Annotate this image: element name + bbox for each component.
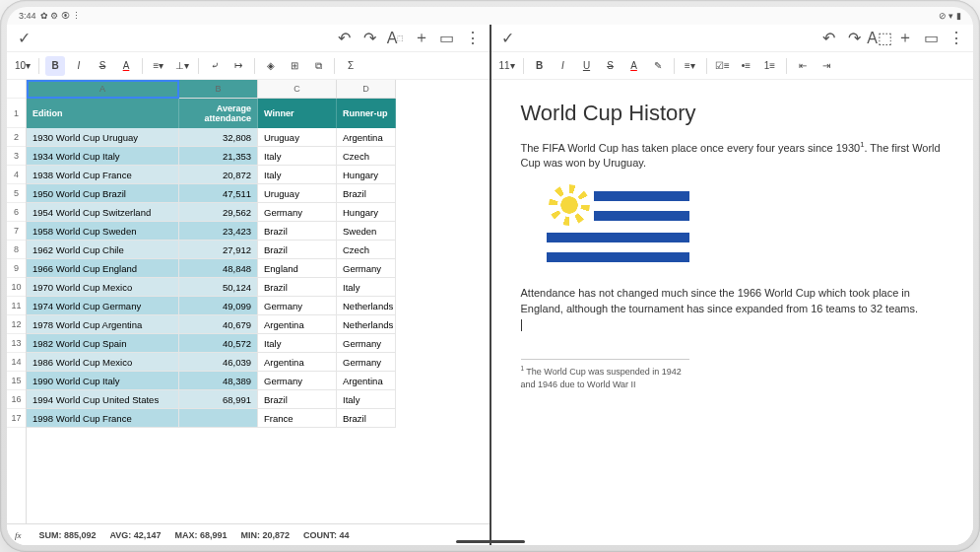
col-header-C[interactable]: C — [258, 80, 337, 99]
status-icons-left: ✿ ⚙ ⦿ ⋮ — [40, 11, 82, 21]
more-icon[interactable]: ⋮ — [949, 32, 963, 45]
table-row[interactable]: 1978 World Cup Argentina40,679ArgentinaN… — [27, 315, 490, 334]
wrap-button[interactable]: ⤶ — [205, 56, 225, 76]
table-row[interactable]: 1986 World Cup Mexico46,039ArgentinaGerm… — [27, 353, 490, 372]
stat-avg: AVG: 42,147 — [110, 530, 162, 540]
docs-format-toolbar: 11 ▾ B I U S A ✎ ≡▾ ☑≡ •≡ 1≡ ⇤ ⇥ — [491, 52, 974, 80]
undo-icon[interactable]: ↶ — [821, 32, 835, 45]
doc-paragraph: Attendance has not changed much since th… — [521, 286, 945, 333]
table-header-row[interactable]: Edition Average attendance Winner Runner… — [27, 99, 490, 128]
spreadsheet-grid[interactable]: 1234567891011121314151617 A B C D Editio… — [7, 80, 490, 523]
italic-button[interactable]: I — [554, 56, 573, 76]
footnote: 1 The World Cup was suspended in 1942 an… — [521, 359, 690, 391]
valign-button[interactable]: ⊥▾ — [172, 56, 192, 76]
stat-count: COUNT: 44 — [303, 530, 350, 540]
halign-button[interactable]: ≡▾ — [149, 56, 168, 76]
table-row[interactable]: 1938 World Cup France20,872ItalyHungary — [27, 166, 490, 184]
split-screen-divider[interactable] — [490, 25, 491, 545]
font-format-icon[interactable]: A⬚ — [389, 32, 403, 45]
table-row[interactable]: 1958 World Cup Sweden23,423BrazilSweden — [27, 222, 490, 241]
check-icon[interactable]: ✓ — [501, 32, 515, 45]
strike-button[interactable]: S — [601, 56, 621, 76]
status-icons-right: ⊘ ▾ ▮ — [939, 11, 961, 21]
font-size[interactable]: 11 ▾ — [497, 56, 517, 76]
add-icon[interactable]: ＋ — [898, 32, 912, 45]
italic-button[interactable]: I — [69, 56, 89, 76]
comment-icon[interactable]: ▭ — [924, 32, 938, 45]
table-row[interactable]: 1998 World Cup FranceFranceBrazil — [27, 409, 490, 428]
table-row[interactable]: 1994 World Cup United States68,991Brazil… — [27, 390, 490, 409]
sheets-app: ✓ ↶ ↷ A⬚ ＋ ▭ ⋮ 10 ▾ B I S A ≡▾ ⊥▾ — [7, 25, 490, 545]
underline-button[interactable]: U — [577, 56, 597, 76]
check-icon[interactable]: ✓ — [17, 32, 31, 45]
checklist-button[interactable]: ☑≡ — [713, 56, 733, 76]
indent-button[interactable]: ⇥ — [817, 56, 836, 76]
undo-icon[interactable]: ↶ — [338, 32, 352, 45]
text-color-button[interactable]: A — [116, 56, 136, 76]
doc-paragraph: The FIFA World Cup has taken place once … — [521, 139, 945, 172]
status-time: 3:44 — [19, 11, 36, 21]
bullet-list-button[interactable]: •≡ — [737, 56, 756, 76]
table-row[interactable]: 1966 World Cup England48,848EnglandGerma… — [27, 259, 490, 278]
table-row[interactable]: 1954 World Cup Switzerland29,562GermanyH… — [27, 203, 490, 222]
font-format-icon[interactable]: A⬚ — [873, 32, 886, 45]
comment-icon[interactable]: ▭ — [440, 32, 454, 45]
align-button[interactable]: ≡▾ — [681, 56, 700, 76]
aggregate-stats-bar: fx SUM: 885,092 AVG: 42,147 MAX: 68,991 … — [7, 523, 490, 545]
docs-app: ✓ ↶ ↷ A⬚ ＋ ▭ ⋮ 11 ▾ B I U S A ✎ — [491, 25, 974, 545]
col-header-B[interactable]: B — [179, 80, 258, 99]
insert-fn-button[interactable]: Σ — [341, 56, 360, 76]
fx-icon[interactable]: fx — [15, 530, 22, 540]
border-button[interactable]: ⊞ — [285, 56, 304, 76]
nav-home-handle[interactable] — [456, 540, 525, 543]
table-row[interactable]: 1970 World Cup Mexico50,124BrazilItaly — [27, 278, 490, 297]
table-row[interactable]: 1930 World Cup Uruguay32,808UruguayArgen… — [27, 128, 490, 147]
merge-button[interactable]: ⧉ — [308, 56, 328, 76]
bold-button[interactable]: B — [530, 56, 550, 76]
bold-button[interactable]: B — [45, 56, 65, 76]
document-body[interactable]: World Cup History The FIFA World Cup has… — [491, 80, 974, 545]
table-row[interactable]: 1990 World Cup Italy48,389GermanyArgenti… — [27, 372, 490, 390]
stat-min: MIN: 20,872 — [240, 530, 290, 540]
fill-button[interactable]: ◈ — [261, 56, 281, 76]
redo-icon[interactable]: ↷ — [363, 32, 377, 45]
outdent-button[interactable]: ⇤ — [793, 56, 813, 76]
table-row[interactable]: 1962 World Cup Chile27,912BrazilCzech — [27, 241, 490, 259]
more-icon[interactable]: ⋮ — [466, 32, 480, 45]
table-row[interactable]: 1934 World Cup Italy21,353ItalyCzech — [27, 147, 490, 166]
overflow-button[interactable]: ↦ — [229, 56, 248, 76]
table-row[interactable]: 1982 World Cup Spain40,572ItalyGermany — [27, 334, 490, 353]
table-row[interactable]: 1974 World Cup Germany49,099GermanyNethe… — [27, 297, 490, 315]
text-color-button[interactable]: A — [624, 56, 644, 76]
android-statusbar: 3:44✿ ⚙ ⦿ ⋮ ⊘ ▾ ▮ — [7, 7, 973, 25]
redo-icon[interactable]: ↷ — [847, 32, 861, 45]
numbered-list-button[interactable]: 1≡ — [760, 56, 780, 76]
strike-button[interactable]: S — [93, 56, 112, 76]
font-size[interactable]: 10 ▾ — [13, 56, 33, 76]
col-header-D[interactable]: D — [337, 80, 396, 99]
uruguay-flag-image — [547, 181, 689, 272]
add-icon[interactable]: ＋ — [415, 32, 428, 45]
sheets-format-toolbar: 10 ▾ B I S A ≡▾ ⊥▾ ⤶ ↦ ◈ ⊞ ⧉ Σ — [7, 52, 490, 80]
highlight-button[interactable]: ✎ — [648, 56, 668, 76]
table-row[interactable]: 1950 World Cup Brazil47,511UruguayBrazil — [27, 184, 490, 203]
stat-sum: SUM: 885,092 — [39, 530, 97, 540]
stat-max: MAX: 68,991 — [174, 530, 227, 540]
text-cursor — [521, 319, 522, 331]
doc-title: World Cup History — [521, 98, 945, 129]
col-header-A[interactable]: A — [27, 80, 179, 99]
